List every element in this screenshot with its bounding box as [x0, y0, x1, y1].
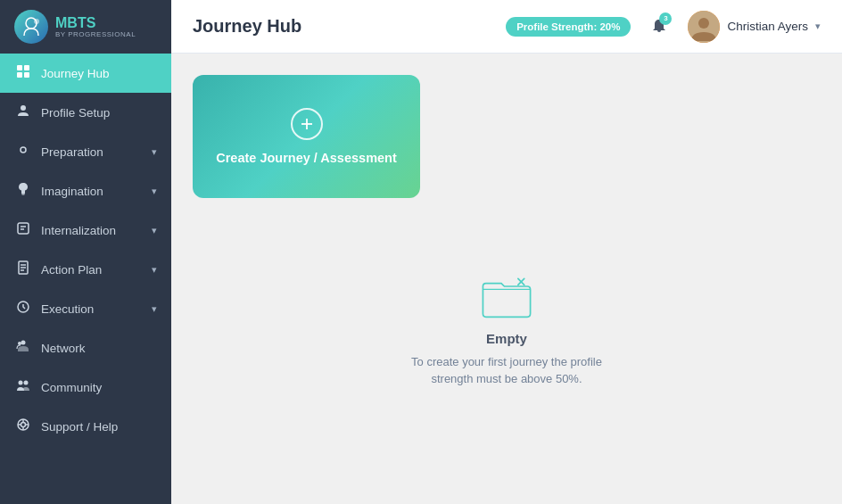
sidebar-item-community[interactable]: Community — [0, 368, 171, 407]
sidebar-item-label: Support / Help — [41, 420, 118, 434]
empty-description: To create your first journey the profile… — [409, 353, 605, 388]
main-content: Journey Hub Profile Strength: 20% 3 — [171, 0, 842, 504]
execution-icon — [14, 300, 32, 318]
create-journey-label: Create Journey / Assessment — [216, 151, 397, 165]
avatar — [688, 11, 720, 43]
empty-title: Empty — [486, 331, 527, 346]
imagination-chevron: ▾ — [152, 186, 157, 197]
logo-sub-text: BY PROGRESSIONAL — [55, 30, 136, 38]
user-chevron-icon: ▾ — [815, 21, 821, 32]
sidebar-item-label: Action Plan — [41, 263, 102, 277]
svg-rect-8 — [21, 193, 25, 194]
execution-chevron: ▾ — [152, 303, 157, 315]
sidebar-item-label: Community — [41, 381, 102, 394]
content-area: Create Journey / Assessment Empty To cre… — [171, 54, 842, 504]
imagination-icon — [14, 182, 32, 200]
svg-rect-2 — [17, 65, 22, 70]
sidebar-item-label: Execution — [41, 302, 94, 316]
sidebar-item-profile-setup[interactable]: Profile Setup — [0, 93, 171, 132]
sidebar-item-internalization[interactable]: Internalization ▾ — [0, 211, 171, 250]
header: Journey Hub Profile Strength: 20% 3 — [171, 0, 842, 54]
svg-point-20 — [19, 381, 23, 385]
profile-setup-icon — [14, 103, 32, 121]
sidebar-item-journey-hub[interactable]: Journey Hub — [0, 54, 171, 93]
sidebar-item-label: Network — [41, 342, 86, 355]
svg-rect-4 — [17, 72, 22, 78]
logo-main-text: MBTS — [55, 15, 136, 31]
action-plan-icon — [14, 260, 32, 278]
notification-count: 3 — [659, 12, 672, 25]
sidebar-item-execution[interactable]: Execution ▾ — [0, 289, 171, 328]
sidebar-nav: Journey Hub Profile Setup Preparation ▾ — [0, 54, 171, 504]
logo-icon — [14, 10, 48, 44]
sidebar-item-support-help[interactable]: Support / Help — [0, 407, 171, 446]
page-title: Journey Hub — [193, 16, 506, 37]
sidebar-item-action-plan[interactable]: Action Plan ▾ — [0, 250, 171, 289]
svg-point-6 — [21, 105, 26, 111]
action-plan-chevron: ▾ — [152, 264, 157, 276]
preparation-chevron: ▾ — [152, 146, 157, 158]
empty-folder-icon — [480, 276, 533, 318]
user-profile-button[interactable]: Christian Ayers ▾ — [688, 11, 821, 43]
empty-state: Empty To create your first journey the p… — [193, 180, 821, 483]
logo-text: MBTS BY PROGRESSIONAL — [55, 15, 136, 39]
sidebar-item-imagination[interactable]: Imagination ▾ — [0, 171, 171, 211]
support-icon — [14, 417, 32, 435]
svg-point-29 — [698, 18, 709, 29]
sidebar-item-preparation[interactable]: Preparation ▾ — [0, 132, 171, 171]
svg-point-23 — [21, 423, 26, 427]
sidebar-item-label: Profile Setup — [41, 106, 110, 120]
logo: MBTS BY PROGRESSIONAL — [0, 0, 171, 54]
svg-rect-5 — [24, 72, 29, 78]
header-right: Profile Strength: 20% 3 Christian Ayers — [506, 11, 821, 43]
svg-rect-9 — [22, 194, 25, 195]
sidebar-item-network[interactable]: Network — [0, 328, 171, 368]
profile-strength-badge: Profile Strength: 20% — [506, 17, 631, 37]
svg-point-21 — [24, 381, 29, 385]
user-name: Christian Ayers — [727, 20, 808, 33]
internalization-chevron: ▾ — [152, 225, 157, 236]
svg-point-19 — [18, 342, 21, 345]
internalization-icon — [14, 221, 32, 239]
sidebar-item-label: Imagination — [41, 185, 103, 198]
journey-hub-icon — [14, 64, 32, 82]
sidebar: MBTS BY PROGRESSIONAL Journey Hub — [0, 0, 171, 504]
svg-rect-3 — [24, 65, 29, 70]
sidebar-item-label: Journey Hub — [41, 67, 110, 80]
svg-point-7 — [21, 147, 26, 153]
network-icon — [14, 339, 32, 357]
svg-point-18 — [21, 341, 26, 345]
preparation-icon — [14, 143, 32, 161]
community-icon — [14, 378, 32, 396]
notification-bell-button[interactable]: 3 — [643, 11, 675, 43]
sidebar-item-label: Internalization — [41, 224, 116, 237]
svg-point-1 — [34, 19, 39, 24]
create-plus-icon — [291, 108, 323, 140]
svg-rect-10 — [18, 223, 29, 234]
sidebar-item-label: Preparation — [41, 145, 103, 159]
